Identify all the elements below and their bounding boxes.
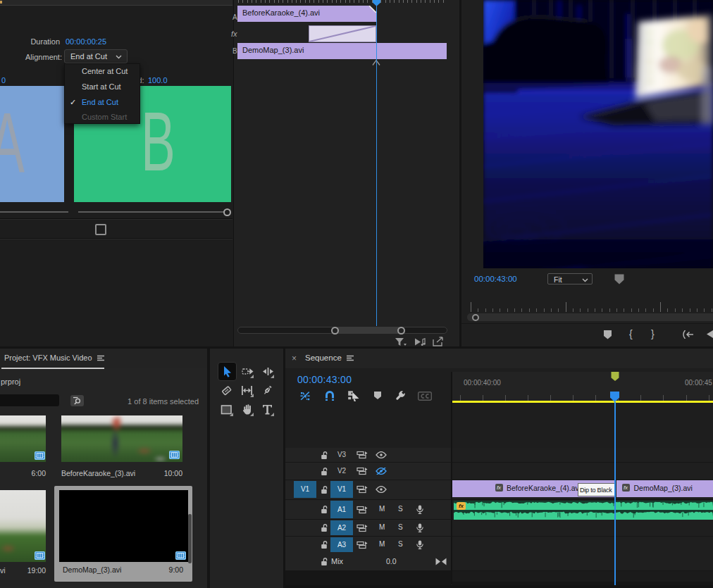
track-output-eye-off-icon[interactable] xyxy=(376,468,387,475)
timeline-settings-wrench-icon[interactable] xyxy=(395,390,406,401)
settings-shield-icon[interactable] xyxy=(614,273,625,285)
track-content-v2[interactable] xyxy=(452,463,713,480)
mute-button[interactable]: M xyxy=(379,523,385,531)
source-patch-v1[interactable]: V1 xyxy=(294,481,316,498)
alignment-select[interactable]: End at Cut xyxy=(64,49,128,63)
ec-transition-box[interactable] xyxy=(309,25,376,42)
track-target-a2[interactable]: A2 xyxy=(330,520,353,535)
clip-item-demomap-selected[interactable]: DemoMap_(3).avi 9:00 xyxy=(54,486,192,582)
voiceover-mic-icon[interactable] xyxy=(416,540,424,549)
program-playhead-handle[interactable] xyxy=(472,314,479,321)
sync-lock-icon[interactable] xyxy=(356,524,368,532)
track-target-a3[interactable]: A3 xyxy=(330,537,353,552)
sync-lock-icon[interactable] xyxy=(356,485,368,494)
lock-icon[interactable] xyxy=(320,557,328,566)
solo-button[interactable]: S xyxy=(398,540,403,548)
clip-demomap3[interactable]: fx DemoMap_(3).avi xyxy=(616,480,713,497)
track-output-eye-icon[interactable] xyxy=(376,451,387,458)
end-slider-handle[interactable] xyxy=(223,208,231,216)
sequence-timecode[interactable]: 00:00:43:00 xyxy=(297,374,352,385)
end-slider[interactable] xyxy=(78,211,230,213)
track-content-a3[interactable] xyxy=(452,537,713,553)
mute-button[interactable]: M xyxy=(379,505,385,513)
lock-icon[interactable] xyxy=(320,540,328,549)
clip-thumbnail-beforekaraoke3[interactable] xyxy=(61,415,182,462)
track-content-v3[interactable] xyxy=(452,448,713,462)
solo-button[interactable]: S xyxy=(398,523,403,531)
bowtie-keyframe-icon[interactable] xyxy=(435,557,447,566)
track-target-a1[interactable]: A1 xyxy=(330,501,353,518)
menu-item-custom-start[interactable]: Custom Start xyxy=(65,110,140,125)
lock-icon[interactable] xyxy=(320,485,328,494)
track-output-eye-icon[interactable] xyxy=(376,486,387,493)
solo-button[interactable]: S xyxy=(398,505,403,513)
lock-icon[interactable] xyxy=(320,505,328,514)
linked-selection-icon[interactable] xyxy=(347,390,360,401)
timeline-ruler[interactable]: 00:00:40:00 00:00:45 xyxy=(452,372,713,403)
program-scrollbar[interactable] xyxy=(467,313,713,321)
sync-lock-icon[interactable] xyxy=(356,506,368,514)
program-timecode[interactable]: 00:00:43:00 xyxy=(474,275,517,283)
nest-toggle-icon[interactable] xyxy=(299,391,311,401)
tab-sequence[interactable]: Sequence xyxy=(305,354,342,362)
breadcrumb[interactable]: prproj xyxy=(1,377,20,386)
selection-tool[interactable] xyxy=(221,365,233,377)
clip-thumbnail-partial-1[interactable] xyxy=(0,415,46,462)
mute-button[interactable]: M xyxy=(379,540,385,548)
close-panel-icon[interactable]: × xyxy=(292,354,297,363)
lock-icon[interactable] xyxy=(320,467,328,476)
add-marker-icon[interactable] xyxy=(373,391,382,400)
sync-lock-icon[interactable] xyxy=(356,451,368,459)
play-audio-icon[interactable] xyxy=(414,337,426,346)
captions-icon[interactable] xyxy=(418,392,432,401)
clip-name[interactable]: BeforeKaraoke_(3).avi xyxy=(61,469,135,477)
track-content-mix[interactable] xyxy=(452,553,713,570)
sync-lock-icon[interactable] xyxy=(356,541,368,549)
track-content-a2[interactable] xyxy=(452,520,713,537)
mix-value[interactable]: 0.0 xyxy=(386,557,397,565)
ec-zoom-handle-right[interactable] xyxy=(397,327,405,334)
add-marker-icon[interactable] xyxy=(603,330,612,339)
ec-playhead-line[interactable] xyxy=(376,0,378,326)
ec-clip-b[interactable]: DemoMap_(3).avi xyxy=(237,43,447,59)
tab-project[interactable]: Project: VFX Music Video xyxy=(4,354,92,362)
playhead-head-icon[interactable] xyxy=(609,391,620,403)
menu-item-start-at-cut[interactable]: Start at Cut xyxy=(65,80,140,94)
track-target-v2[interactable]: V2 xyxy=(330,467,353,475)
project-scrollbar[interactable] xyxy=(188,514,192,563)
lock-icon[interactable] xyxy=(320,523,328,532)
clip-audio-waveform[interactable]: fx xyxy=(454,501,713,520)
zoom-level-select[interactable]: Fit xyxy=(547,273,593,284)
lock-icon[interactable] xyxy=(320,451,328,460)
menu-item-end-at-cut[interactable]: ✓ End at Cut xyxy=(65,95,140,110)
pen-tool[interactable] xyxy=(261,384,273,396)
go-to-in-icon[interactable] xyxy=(682,330,695,339)
transition-dip-to-black[interactable]: Dip to Black xyxy=(578,483,616,496)
timeline-playhead-line[interactable] xyxy=(614,402,616,585)
voiceover-mic-icon[interactable] xyxy=(416,505,424,514)
panel-menu-icon[interactable] xyxy=(346,355,354,362)
ec-zoom-scrollbar-mid[interactable] xyxy=(335,327,401,333)
ec-zoom-handle-left[interactable] xyxy=(331,327,339,334)
ec-clip-a[interactable]: BeforeKaraoke_(4).avi xyxy=(237,6,376,22)
mark-out-icon[interactable]: } xyxy=(651,328,655,339)
search-input[interactable] xyxy=(0,394,59,406)
sequence-marker-icon[interactable] xyxy=(610,371,620,382)
program-mini-ruler[interactable] xyxy=(471,301,713,313)
menu-item-center-at-cut[interactable]: Center at Cut xyxy=(65,64,140,79)
end-value[interactable]: 100.0 xyxy=(148,76,168,85)
sync-lock-icon[interactable] xyxy=(356,467,368,475)
razor-tool[interactable] xyxy=(221,384,232,396)
duration-value[interactable]: 00:00:00:25 xyxy=(66,37,106,46)
filter-properties-icon[interactable] xyxy=(395,337,407,346)
track-target-v1[interactable]: V1 xyxy=(330,481,353,498)
panel-menu-icon[interactable] xyxy=(97,355,105,362)
clip-thumbnail-partial-2[interactable] xyxy=(0,490,46,562)
mark-in-icon[interactable]: { xyxy=(629,328,633,339)
step-back-icon[interactable] xyxy=(705,330,713,339)
start-slider[interactable] xyxy=(0,211,68,213)
clip-name[interactable]: vi xyxy=(0,566,6,575)
voiceover-mic-icon[interactable] xyxy=(416,523,424,532)
find-button[interactable] xyxy=(70,395,84,406)
export-frame-icon[interactable] xyxy=(433,337,445,346)
